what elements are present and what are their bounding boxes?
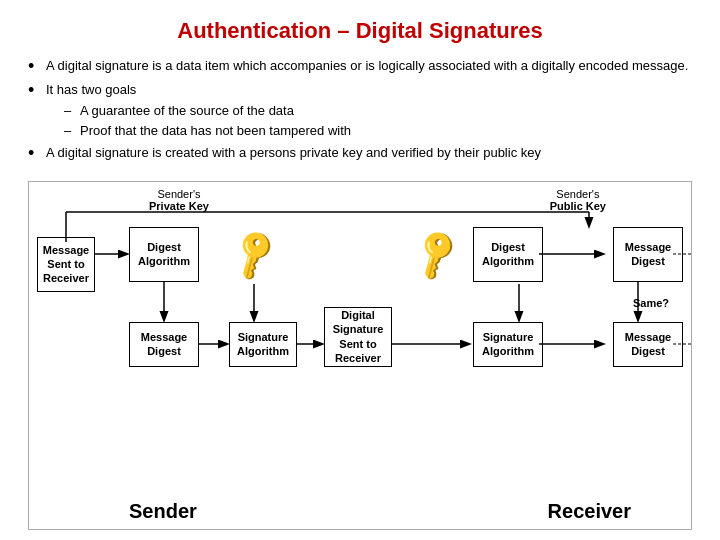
digest-algo-receiver-box: DigestAlgorithm: [473, 227, 543, 282]
bullet-text-1: A digital signature is a data item which…: [46, 56, 692, 76]
private-key-icon: 🔑: [224, 224, 284, 283]
bullet-list: • A digital signature is a data item whi…: [28, 56, 692, 167]
same-label: Same?: [633, 297, 669, 309]
bullet-dot-2: •: [28, 80, 46, 102]
msg-digest-receiver-bottom-label: MessageDigest: [625, 330, 671, 359]
msg-digest-receiver-top-label: MessageDigest: [625, 240, 671, 269]
bullet-dot-1: •: [28, 56, 46, 78]
sender-public-key-group: Sender's Public Key: [550, 188, 606, 212]
sender-private-key-group: Sender's Private Key: [149, 188, 209, 212]
sig-algo-receiver-box: SignatureAlgorithm: [473, 322, 543, 367]
msg-digest-receiver-bottom-box: MessageDigest: [613, 322, 683, 367]
public-key-icon: 🔑: [406, 224, 466, 283]
digest-algo-receiver-label: DigestAlgorithm: [482, 240, 534, 269]
bullet-dot-3: •: [28, 143, 46, 165]
digital-sig-box: DigitalSignatureSent toReceiver: [324, 307, 392, 367]
receiver-label2: Public Key: [550, 200, 606, 212]
digest-algo-sender-label: DigestAlgorithm: [138, 240, 190, 269]
bullet-text-2: It has two goals – A guarantee of the so…: [46, 80, 692, 141]
msg-digest-sender-label: MessageDigest: [141, 330, 187, 359]
sender-big-label: Sender: [129, 500, 197, 523]
digest-algo-sender-box: DigestAlgorithm: [129, 227, 199, 282]
bullet-text-3: A digital signature is created with a pe…: [46, 143, 692, 163]
sig-algo-sender-label: SignatureAlgorithm: [237, 330, 289, 359]
msg-digest-sender-box: MessageDigest: [129, 322, 199, 367]
sender-label1: Sender's: [157, 188, 200, 200]
bullet-1: • A digital signature is a data item whi…: [28, 56, 692, 78]
diagram-inner: Sender's Private Key Sender's Public Key…: [29, 182, 691, 529]
sub-bullets: – A guarantee of the source of the data …: [64, 101, 692, 141]
sub-bullet-1: – A guarantee of the source of the data: [64, 101, 692, 121]
msg-digest-receiver-top-box: MessageDigest: [613, 227, 683, 282]
diagram: Sender's Private Key Sender's Public Key…: [28, 181, 692, 530]
sub-bullet-2: – Proof that the data has not been tampe…: [64, 121, 692, 141]
digital-sig-label: DigitalSignatureSent toReceiver: [333, 308, 384, 365]
receiver-label1: Sender's: [556, 188, 599, 200]
page: Authentication – Digital Signatures • A …: [0, 0, 720, 540]
bullet-3: • A digital signature is created with a …: [28, 143, 692, 165]
bullet-2: • It has two goals – A guarantee of the …: [28, 80, 692, 141]
key-receiver: 🔑: [411, 224, 461, 284]
sig-algo-receiver-label: SignatureAlgorithm: [482, 330, 534, 359]
sig-algo-sender-box: SignatureAlgorithm: [229, 322, 297, 367]
message-sent-box: MessageSent toReceiver: [37, 237, 95, 292]
receiver-big-label: Receiver: [548, 500, 631, 523]
key-sender: 🔑: [229, 224, 279, 284]
message-sent-label: MessageSent toReceiver: [43, 243, 89, 286]
page-title: Authentication – Digital Signatures: [28, 18, 692, 44]
sender-label2: Private Key: [149, 200, 209, 212]
